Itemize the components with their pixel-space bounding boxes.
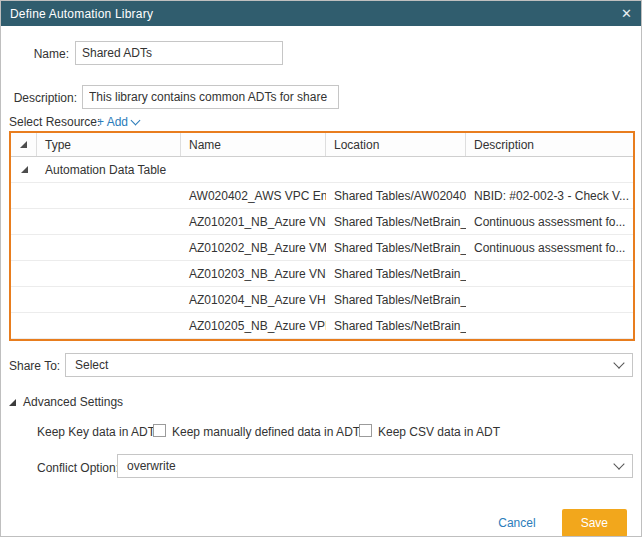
add-link[interactable]: + Add xyxy=(97,115,139,129)
conflict-option-value: overwrite xyxy=(127,459,176,473)
type-cell xyxy=(37,235,181,260)
share-to-select[interactable]: Select xyxy=(65,353,633,377)
keep-manual-label: Keep manually defined data in ADT xyxy=(172,425,360,439)
location-cell: Shared Tables/NetBrain_Pr... xyxy=(326,313,466,338)
share-to-value: Select xyxy=(75,358,108,372)
keep-manual-checkbox[interactable] xyxy=(153,424,166,437)
advanced-expand-icon xyxy=(9,399,16,406)
column-header-location[interactable]: Location xyxy=(326,133,466,156)
name-cell: AZ010204_NB_Azure VHub ... xyxy=(181,287,326,312)
description-cell xyxy=(466,313,633,338)
name-cell: AZ010202_NB_Azure VM Fe... xyxy=(181,235,326,260)
chevron-down-icon xyxy=(131,116,141,126)
table-row[interactable]: AW020402_AWS VPC Endp... Shared Tables/A… xyxy=(11,183,633,209)
row-icon-cell xyxy=(11,209,37,234)
description-label: Description: xyxy=(1,91,77,105)
advanced-settings-toggle[interactable]: Advanced Settings xyxy=(9,395,123,409)
conflict-option-label: Conflict Option: xyxy=(37,461,119,475)
dialog-titlebar: Define Automation Library ✕ xyxy=(1,1,641,26)
add-link-label: + Add xyxy=(97,115,128,129)
type-cell xyxy=(37,183,181,208)
group-expand-cell[interactable] xyxy=(11,157,37,182)
chevron-down-icon xyxy=(613,458,624,469)
group-row[interactable]: Automation Data Table xyxy=(11,157,633,183)
row-icon-cell xyxy=(11,235,37,260)
type-cell xyxy=(37,287,181,312)
keep-csv-label: Keep CSV data in ADT xyxy=(378,425,500,439)
row-icon-cell xyxy=(11,313,37,338)
column-header-name[interactable]: Name xyxy=(181,133,326,156)
group-expand-icon xyxy=(21,166,28,173)
conflict-option-select[interactable]: overwrite xyxy=(117,454,633,478)
name-cell: AZ010201_NB_Azure VNet ... xyxy=(181,209,326,234)
share-to-label: Share To: xyxy=(9,359,60,373)
resource-grid: Type Name Location Description Automatio… xyxy=(9,131,635,341)
location-cell: Shared Tables/NetBrain_Pr... xyxy=(326,261,466,286)
location-cell: Shared Tables/AW020402_... xyxy=(326,183,466,208)
description-cell: Continuous assessment fo... xyxy=(466,209,633,234)
select-resource-label: Select Resource: xyxy=(9,115,100,129)
table-row[interactable]: AZ010201_NB_Azure VNet ... Shared Tables… xyxy=(11,209,633,235)
keep-csv-checkbox[interactable] xyxy=(359,424,372,437)
group-label: Automation Data Table xyxy=(37,157,633,182)
define-automation-library-dialog: Define Automation Library ✕ Name: Descri… xyxy=(0,0,642,537)
location-cell: Shared Tables/NetBrain_Pr... xyxy=(326,209,466,234)
keep-key-label: Keep Key data in ADT: xyxy=(37,425,157,439)
row-icon-cell xyxy=(11,261,37,286)
type-cell xyxy=(37,261,181,286)
table-row[interactable]: AZ010204_NB_Azure VHub ... Shared Tables… xyxy=(11,287,633,313)
chevron-down-icon xyxy=(613,357,624,368)
table-row[interactable]: AZ010202_NB_Azure VM Fe... Shared Tables… xyxy=(11,235,633,261)
description-cell xyxy=(466,287,633,312)
close-icon[interactable]: ✕ xyxy=(621,7,632,20)
description-cell xyxy=(466,261,633,286)
advanced-settings-label: Advanced Settings xyxy=(23,395,123,409)
save-button[interactable]: Save xyxy=(562,509,627,537)
type-cell xyxy=(37,313,181,338)
name-cell: AW020402_AWS VPC Endp... xyxy=(181,183,326,208)
table-row[interactable]: AZ010203_NB_Azure VNG ... Shared Tables/… xyxy=(11,261,633,287)
grid-header-row: Type Name Location Description xyxy=(11,133,633,157)
column-header-type[interactable]: Type xyxy=(37,133,181,156)
description-cell: NBID: #02-002-3 - Check V... xyxy=(466,183,633,208)
name-cell: AZ010203_NB_Azure VNG ... xyxy=(181,261,326,286)
row-icon-cell xyxy=(11,287,37,312)
dialog-footer: Cancel Save xyxy=(498,509,627,537)
description-cell: Continuous assessment fo... xyxy=(466,235,633,260)
expand-all-icon xyxy=(20,141,27,148)
description-input[interactable] xyxy=(82,85,339,109)
name-input[interactable] xyxy=(75,41,283,65)
table-row[interactable]: AZ010205_NB_Azure VPN_... Shared Tables/… xyxy=(11,313,633,339)
cancel-button[interactable]: Cancel xyxy=(498,516,535,530)
location-cell: Shared Tables/NetBrain_Pr... xyxy=(326,287,466,312)
row-icon-cell xyxy=(11,183,37,208)
column-header-description[interactable]: Description xyxy=(466,133,633,156)
name-label: Name: xyxy=(1,47,69,61)
name-cell: AZ010205_NB_Azure VPN_... xyxy=(181,313,326,338)
location-cell: Shared Tables/NetBrain_Pr... xyxy=(326,235,466,260)
expand-all-header-cell[interactable] xyxy=(11,133,37,156)
type-cell xyxy=(37,209,181,234)
dialog-title: Define Automation Library xyxy=(10,7,153,21)
